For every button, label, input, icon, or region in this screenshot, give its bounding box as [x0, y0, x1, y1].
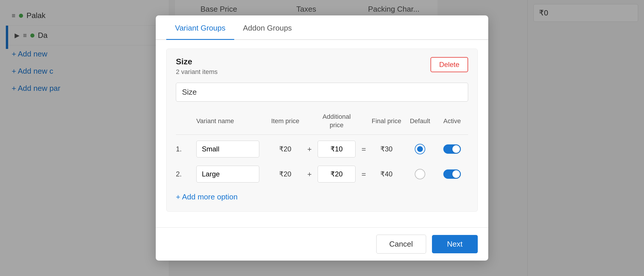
- cancel-button[interactable]: Cancel: [376, 235, 426, 254]
- active-header: Active: [436, 117, 468, 125]
- item-price-header: Item price: [266, 117, 304, 125]
- row-1-additional-price-input[interactable]: [318, 141, 356, 158]
- row-1-toggle-knob: [452, 145, 460, 153]
- row-2-active-cell: [436, 169, 468, 179]
- row-2-default-radio[interactable]: [415, 169, 425, 179]
- row-1-name-input[interactable]: [196, 141, 259, 158]
- row-1-equals: =: [358, 145, 369, 154]
- row-2-final-price: ₹40: [369, 170, 404, 178]
- variant-group-card: Size 2 variant items Delete Variant name…: [166, 49, 478, 212]
- row-2-equals: =: [358, 170, 369, 179]
- row-1-default-radio[interactable]: [415, 144, 425, 154]
- modal-tabs: Variant Groups Addon Groups: [156, 15, 488, 40]
- row-2-additional-price-input[interactable]: [318, 166, 356, 183]
- variant-name-header: Variant name: [193, 117, 266, 125]
- row-2-toggle-knob: [452, 170, 460, 178]
- row-2-default-cell: [404, 169, 436, 179]
- row-2-additional-price-cell: [315, 166, 358, 183]
- tab-variant-groups[interactable]: Variant Groups: [166, 15, 234, 40]
- variant-count: 2 variant items: [176, 68, 218, 76]
- modal-footer: Cancel Next: [156, 227, 488, 261]
- row-1-active-toggle[interactable]: [443, 144, 461, 154]
- row-2-name-cell: [193, 166, 266, 183]
- group-name-input-wrap: [176, 83, 468, 102]
- modal: Variant Groups Addon Groups Size 2 varia…: [156, 15, 488, 261]
- row-2-active-toggle[interactable]: [443, 169, 461, 179]
- modal-overlay: Variant Groups Addon Groups Size 2 varia…: [0, 0, 644, 276]
- default-header: Default: [404, 117, 436, 125]
- final-price-header: Final price: [369, 117, 404, 125]
- row-2-plus: +: [304, 170, 315, 179]
- row-1-item-price: ₹20: [266, 145, 304, 153]
- next-button[interactable]: Next: [432, 235, 478, 253]
- group-name-input[interactable]: [176, 83, 468, 102]
- row-1-num: 1.: [176, 145, 193, 153]
- variant-group-info: Size 2 variant items: [176, 57, 218, 76]
- row-1-additional-price-cell: [315, 141, 358, 158]
- modal-body: Size 2 variant items Delete Variant name…: [156, 40, 488, 227]
- row-2-name-input[interactable]: [196, 166, 259, 183]
- variant-card-header: Size 2 variant items Delete: [176, 57, 468, 76]
- tab-addon-groups[interactable]: Addon Groups: [234, 15, 301, 40]
- row-2-item-price: ₹20: [266, 170, 304, 178]
- row-1-active-cell: [436, 144, 468, 154]
- row-1-radio-inner: [417, 146, 423, 152]
- row-2-num: 2.: [176, 170, 193, 178]
- table-header-row: Variant name Item price Additional price…: [176, 110, 468, 135]
- row-1-name-cell: [193, 141, 266, 158]
- add-more-option-button[interactable]: + Add more option: [176, 187, 238, 203]
- row-1-plus: +: [304, 145, 315, 154]
- row-1-final-price: ₹30: [369, 145, 404, 153]
- delete-button[interactable]: Delete: [430, 57, 468, 72]
- row-1-default-cell: [404, 144, 436, 154]
- variant-row-1: 1. ₹20 + = ₹30: [176, 137, 468, 162]
- variant-row-2: 2. ₹20 + = ₹40: [176, 162, 468, 187]
- additional-price-header: Additional price: [315, 113, 358, 129]
- variant-group-title: Size: [176, 57, 218, 66]
